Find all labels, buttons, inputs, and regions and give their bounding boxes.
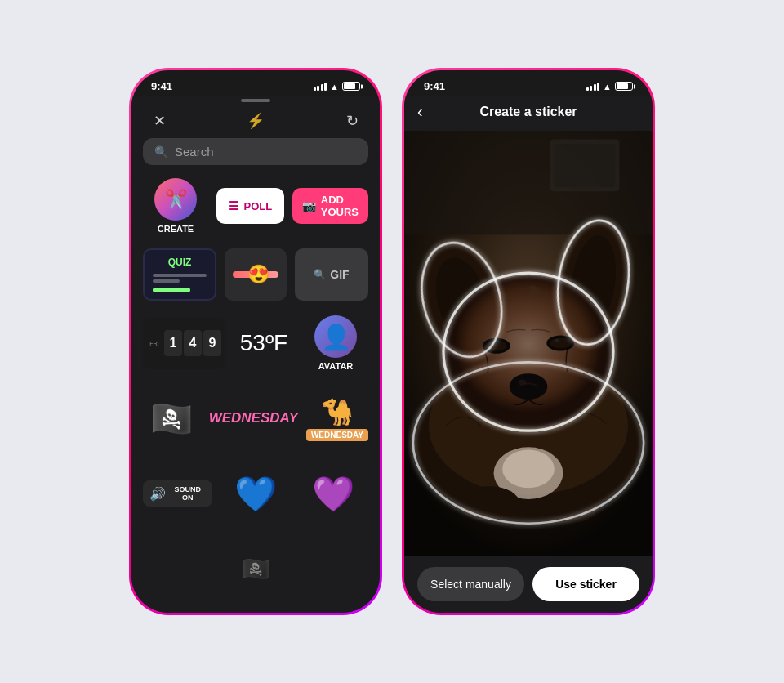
quiz-lines (153, 274, 207, 283)
status-right-2: ▲ (586, 82, 633, 92)
wednesday-label: WEDNESDAY (209, 410, 298, 426)
top-nav: ✕ ⚡ ↻ (131, 105, 380, 133)
wifi-icon-1: ▲ (330, 82, 339, 92)
signal-bars-1 (314, 83, 327, 91)
sticker-countdown[interactable]: FRI 1 4 9 (143, 317, 225, 369)
time-2: 9:41 (424, 80, 445, 92)
phones-container: 9:41 ▲ ✕ ⚡ (129, 68, 655, 615)
svg-point-18 (518, 380, 527, 385)
sticker-row-1: ✂️ CREATE ☰ POLL 📷 ADD YOURS (143, 173, 368, 239)
search-bar[interactable]: 🔍 Search (143, 138, 368, 165)
sticker-sound[interactable]: 🔊 SOUND ON (143, 461, 212, 526)
signal-bars-2 (586, 83, 600, 91)
poll-icon: ☰ (229, 199, 239, 212)
sound-label: SOUND ON (169, 485, 206, 502)
battery-2 (615, 82, 633, 91)
dog-scene (404, 131, 653, 556)
sticker-gif[interactable]: 🔍 GIF (295, 248, 368, 301)
sticker-temperature[interactable]: 53ºF (233, 310, 295, 376)
svg-rect-3 (555, 144, 615, 187)
create-icon: ✂️ (154, 178, 197, 221)
search-icon-gif: 🔍 (314, 269, 326, 280)
camera-icon: 📷 (302, 199, 316, 212)
phone-sticker-picker: 9:41 ▲ ✕ ⚡ (129, 68, 382, 615)
select-manually-button[interactable]: Select manually (417, 567, 524, 601)
status-bar-1: 9:41 ▲ (131, 70, 380, 96)
quiz-label: QUIZ (153, 257, 207, 268)
poll-label: POLL (244, 200, 273, 212)
avatar-label: AVATAR (318, 361, 354, 371)
camel-label: WEDNESDAY (306, 429, 368, 441)
rotate-icon[interactable]: ↻ (341, 112, 363, 130)
status-right-1: ▲ (314, 82, 360, 92)
battery-1 (342, 82, 360, 91)
phone-create-sticker: 9:41 ▲ ‹ Create a sticker (402, 68, 655, 615)
slider-emoji: 😍 (247, 266, 270, 283)
slider-track: 😍 (233, 271, 278, 278)
count-box-2: 4 (184, 330, 202, 356)
sticker-header: ‹ Create a sticker (404, 96, 653, 131)
sticker-row-3: FRI 1 4 9 53ºF 👤 AVATAR (143, 310, 368, 376)
sticker-emoji-slider[interactable]: 😍 (225, 248, 287, 301)
drag-indicator (241, 99, 270, 102)
sticker-heart-blue[interactable]: 💙 (220, 461, 290, 526)
flash-icon[interactable]: ⚡ (244, 112, 267, 130)
sticker-grid: ✂️ CREATE ☰ POLL 📷 ADD YOURS (131, 173, 380, 613)
phone2-content: ‹ Create a sticker (404, 96, 653, 613)
temp-value: 53ºF (233, 330, 295, 356)
countdown-prefix: FRI (146, 341, 163, 346)
dog-image-container (404, 131, 653, 556)
svg-point-10 (446, 275, 611, 428)
sticker-wednesday-text[interactable]: WEDNESDAY (209, 386, 298, 451)
addyours-label: ADD YOURS (321, 194, 359, 218)
sticker-row-6: 🏴‍☠️ (143, 536, 368, 601)
sticker-row-4: 🏴‍☠️ WEDNESDAY 🐪 WEDNESDAY (143, 386, 368, 451)
create-label: CREATE (158, 224, 194, 234)
sticker-pirate[interactable]: 🏴‍☠️ (143, 386, 201, 451)
back-button[interactable]: ‹ (417, 102, 442, 121)
gif-label: GIF (330, 268, 349, 281)
search-placeholder: Search (175, 145, 214, 158)
sticker-camel[interactable]: 🐪 WEDNESDAY (306, 386, 368, 451)
svg-point-21 (459, 486, 519, 520)
avatar-image: 👤 (314, 315, 357, 358)
wifi-icon-2: ▲ (603, 82, 612, 92)
svg-point-17 (510, 373, 548, 400)
svg-point-16 (555, 339, 559, 342)
status-bar-2: 9:41 ▲ (404, 70, 653, 96)
sticker-bottom-hint: 🏴‍☠️ (143, 536, 368, 601)
sticker-heart-purple[interactable]: 💜 (299, 461, 368, 526)
count-box-3: 9 (203, 330, 221, 356)
bottom-buttons: Select manually Use sticker (404, 556, 653, 613)
sticker-add-yours[interactable]: 📷 ADD YOURS (292, 188, 368, 224)
close-icon[interactable]: ✕ (148, 112, 171, 130)
sticker-row-2: QUIZ 😍 🔍 GIF (143, 248, 368, 301)
sticker-create[interactable]: ✂️ CREATE (143, 173, 208, 239)
camel-container: 🐪 WEDNESDAY (306, 396, 368, 441)
quiz-bar (153, 288, 190, 292)
sound-badge: 🔊 SOUND ON (143, 480, 212, 507)
page-title: Create a sticker (479, 105, 577, 119)
sticker-quiz[interactable]: QUIZ (143, 248, 216, 301)
time-1: 9:41 (151, 80, 172, 92)
count-box-1: 1 (164, 330, 182, 356)
phone1-content: ✕ ⚡ ↻ 🔍 Search ✂️ CREATE (131, 96, 380, 613)
search-icon: 🔍 (154, 145, 168, 158)
sticker-poll[interactable]: ☰ POLL (216, 188, 284, 224)
use-sticker-button[interactable]: Use sticker (532, 567, 639, 601)
sticker-avatar[interactable]: 👤 AVATAR (303, 310, 368, 376)
sticker-row-5: 🔊 SOUND ON 💙 💜 (143, 461, 368, 526)
svg-point-15 (550, 338, 571, 349)
svg-point-20 (502, 450, 555, 489)
